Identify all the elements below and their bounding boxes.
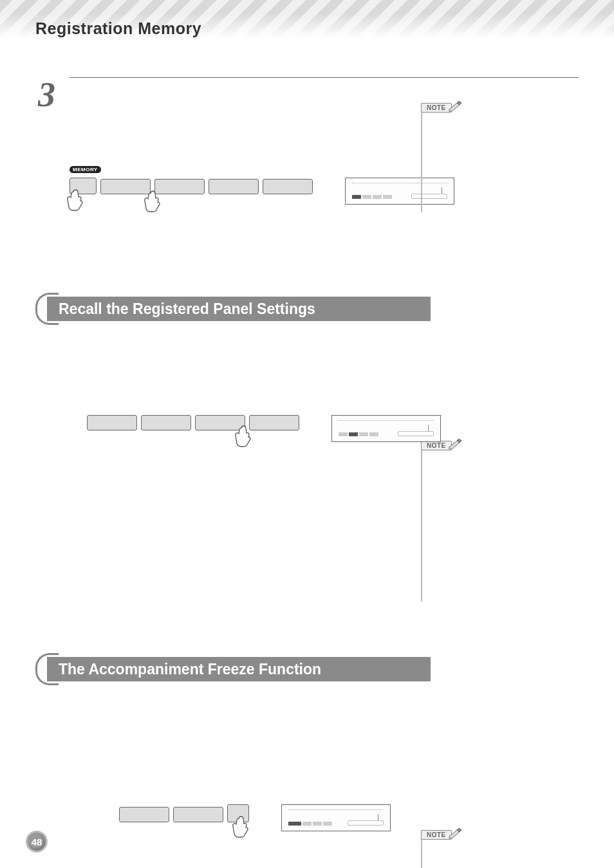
- note-box-3: NOTE: [421, 830, 543, 868]
- note-label: NOTE: [421, 830, 452, 840]
- memory-label-badge: MEMORY: [70, 166, 101, 173]
- note-label: NOTE: [421, 441, 452, 450]
- registration-button-3: [209, 179, 259, 194]
- pencil-icon: [448, 100, 463, 112]
- step-number: 3: [35, 77, 58, 245]
- section-header-recall: Recall the Registered Panel Settings: [35, 293, 579, 325]
- page-number-badge: 48: [26, 831, 48, 853]
- keyboard-buttons-figure: [87, 415, 299, 430]
- page-title: Registration Memory: [35, 19, 201, 38]
- hand-press-icon: [232, 815, 254, 840]
- hand-press-icon: [144, 189, 166, 215]
- registration-button-1: [87, 415, 137, 430]
- page-header-pattern: Registration Memory: [0, 0, 614, 45]
- pencil-icon: [448, 827, 463, 839]
- registration-button-2: [141, 415, 191, 430]
- pencil-icon: [448, 438, 463, 450]
- keyboard-buttons-figure: [119, 804, 249, 822]
- lcd-display-2: [331, 415, 441, 442]
- registration-button-1: [100, 179, 151, 194]
- keyboard-buttons-figure: MEMORY: [70, 178, 313, 194]
- step-3: 3 MEMORY: [35, 77, 579, 245]
- step-divider: [70, 77, 579, 78]
- note-label: NOTE: [421, 103, 452, 113]
- hand-press-icon: [67, 188, 89, 214]
- panel-figure-2: [35, 415, 579, 442]
- note-box-1: NOTE: [421, 103, 543, 212]
- section-title: Recall the Registered Panel Settings: [47, 297, 431, 321]
- section-title: The Accompaniment Freeze Function: [47, 657, 431, 681]
- registration-button-b: [173, 807, 223, 822]
- section-header-freeze: The Accompaniment Freeze Function: [35, 653, 579, 685]
- registration-button-4: [263, 179, 313, 194]
- note-box-2: NOTE: [421, 441, 543, 602]
- panel-figure-3: [35, 804, 579, 831]
- registration-button-a: [119, 807, 169, 822]
- hand-press-icon: [235, 424, 257, 450]
- lcd-display-3: [281, 804, 391, 831]
